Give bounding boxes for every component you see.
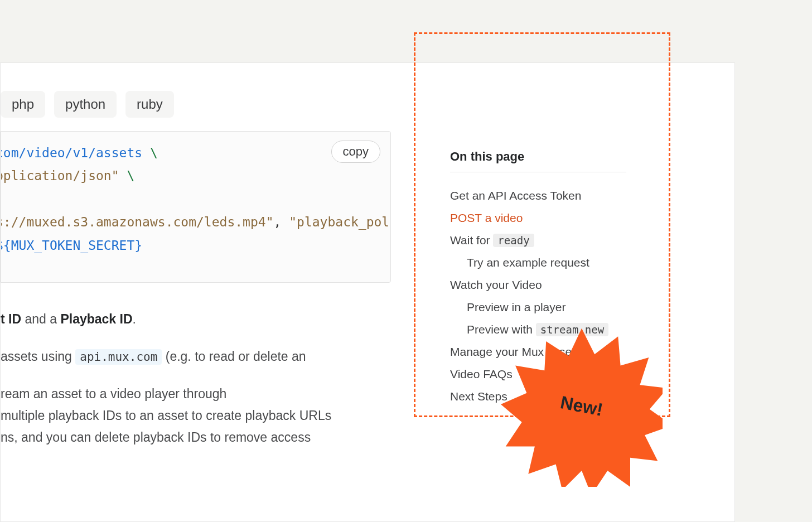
tab-php[interactable]: php	[1, 91, 45, 118]
tab-ruby[interactable]: ruby	[125, 91, 174, 118]
toc-item-watch-video[interactable]: Watch your Video	[450, 274, 626, 296]
inline-code: api.mux.com	[75, 349, 162, 365]
new-badge-label: New!	[487, 311, 676, 501]
language-tabs: php python ruby	[1, 91, 174, 118]
code-line: s://muxed.s3.amazonaws.com/leds.mp4", "p…	[1, 211, 390, 234]
code-block: copy com/video/v1/assets \ pplication/js…	[1, 131, 391, 283]
tab-python[interactable]: python	[54, 91, 117, 118]
bold-text: Playback ID	[60, 312, 132, 326]
code-line: pplication/json" \	[1, 165, 390, 187]
bold-text: t ID	[1, 312, 21, 326]
toc-item-api-token[interactable]: Get an API Access Token	[450, 185, 626, 207]
paragraph: ream an asset to a video player through …	[1, 383, 357, 448]
toc-item-try-example[interactable]: Try an example request	[450, 252, 626, 274]
code-line	[1, 188, 390, 211]
code-line: ${MUX_TOKEN_SECRET}	[1, 234, 390, 257]
new-badge: New!	[501, 325, 663, 487]
inline-code: ready	[493, 234, 534, 247]
body-text: t ID and a Playback ID. assets using api…	[1, 308, 357, 464]
paragraph: t ID and a Playback ID.	[1, 308, 357, 330]
paragraph: assets using api.mux.com (e.g. to read o…	[1, 346, 357, 368]
toc-item-post-video[interactable]: POST a video	[450, 207, 626, 229]
copy-button[interactable]: copy	[331, 141, 380, 163]
toc-title: On this page	[450, 149, 626, 172]
toc-item-wait-ready[interactable]: Wait for ready	[450, 229, 626, 252]
